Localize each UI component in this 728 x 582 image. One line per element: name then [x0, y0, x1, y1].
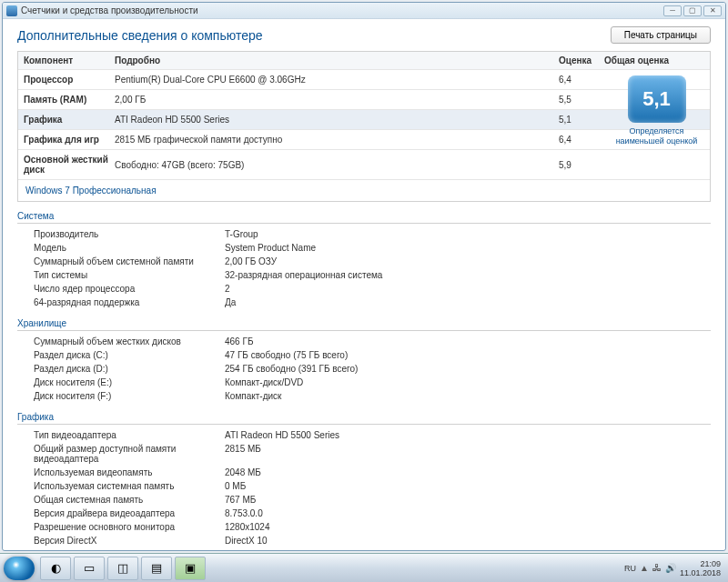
maximize-button[interactable]: ▢ — [683, 5, 702, 16]
info-value: T-Group — [225, 229, 711, 239]
info-row: Общий размер доступной памяти видеоадапт… — [17, 442, 711, 466]
minimize-button[interactable]: ─ — [663, 5, 682, 16]
info-key: Используемая системная память — [34, 481, 225, 491]
info-key: Версия драйвера видеоадаптера — [34, 508, 225, 518]
score-component: Графика для игр — [24, 135, 115, 145]
info-value: Компакт-диск — [225, 391, 711, 401]
score-component: Основной жесткий диск — [24, 155, 115, 175]
info-value: 466 ГБ — [225, 336, 711, 346]
info-row: Суммарный объем жестких дисков466 ГБ — [17, 335, 711, 348]
info-row: Используемая видеопамять2048 МБ — [17, 466, 711, 479]
info-key: Версия DirectX — [34, 536, 225, 546]
taskbar[interactable]: ◐ ▭ ◫ ▤ ▣ RU ▲ 🖧 🔊 21:09 11.01.2018 — [0, 553, 728, 582]
info-key: Суммарный объем жестких дисков — [34, 336, 225, 346]
taskbar-item-app[interactable]: ▤ — [141, 557, 172, 580]
info-value: 2815 МБ — [225, 444, 711, 464]
info-key: 64-разрядная поддержка — [34, 297, 225, 307]
info-row: Разрешение основного монитора1280x1024 — [17, 520, 711, 534]
info-key: Общий размер доступной памяти видеоадапт… — [34, 444, 225, 464]
overall-score-box: 5,1 Определяется наименьшей оценкой — [609, 75, 704, 146]
info-key: Раздел диска (D:) — [34, 364, 225, 374]
tray-lang[interactable]: RU — [624, 564, 636, 573]
info-value: 2,00 ГБ ОЗУ — [225, 256, 711, 266]
score-component: Графика — [24, 115, 115, 125]
taskbar-item-perf[interactable]: ▣ — [175, 557, 206, 580]
score-value: 6,4 — [559, 135, 604, 145]
app-window: Счетчики и средства производительности ─… — [2, 2, 726, 551]
content-area: Дополнительные сведения о компьютере Печ… — [3, 19, 725, 550]
info-key: Суммарный объем системной памяти — [34, 256, 225, 266]
score-detail: Pentium(R) Dual-Core CPU E6600 @ 3.06GHz — [115, 75, 559, 85]
info-row: ПроизводительT-Group — [17, 227, 711, 241]
info-key: Тип видеоадаптера — [34, 430, 225, 440]
info-row: Число ядер процессора2 — [17, 282, 711, 296]
window-title: Счетчики и средства производительности — [21, 5, 198, 15]
info-value: DirectX 10 — [225, 536, 711, 546]
col-score: Оценка — [559, 55, 604, 65]
info-key: Разрешение основного монитора — [34, 522, 225, 532]
score-value: 5,9 — [559, 160, 604, 170]
info-row: Раздел диска (C:)47 ГБ свободно (75 ГБ в… — [17, 348, 711, 362]
info-row: Общая системная память767 МБ — [17, 493, 711, 507]
info-row: Версия драйвера видеоадаптера8.753.0.0 — [17, 507, 711, 520]
info-value: 2 — [225, 284, 711, 294]
score-row: ПроцессорPentium(R) Dual-Core CPU E6600 … — [18, 70, 710, 90]
score-row: Память (RAM)2,00 ГБ5,5 — [18, 90, 710, 110]
tray-clock[interactable]: 21:09 11.01.2018 — [680, 559, 721, 577]
tray-flag-icon[interactable]: ▲ — [640, 563, 649, 573]
info-key: Модель — [34, 243, 225, 253]
score-value: 6,4 — [559, 75, 604, 85]
overall-score-desc: Определяется наименьшей оценкой — [609, 126, 704, 146]
col-component: Компонент — [24, 55, 115, 65]
info-value: 1280x1024 — [225, 522, 711, 532]
info-row: МодельSystem Product Name — [17, 241, 711, 255]
close-button[interactable]: ✕ — [703, 5, 722, 16]
print-button[interactable]: Печать страницы — [611, 26, 711, 44]
info-value: 8.753.0.0 — [225, 508, 711, 518]
score-card: Компонент Подробно Оценка Общая оценка П… — [17, 51, 711, 202]
info-value: Компакт-диск/DVD — [225, 377, 711, 387]
score-detail: Свободно: 47GB (всего: 75GB) — [115, 160, 559, 170]
info-value: 2048 МБ — [225, 467, 711, 477]
taskbar-item-chrome[interactable]: ◐ — [40, 557, 71, 580]
score-component: Процессор — [24, 75, 115, 85]
info-row: Диск носителя (E:)Компакт-диск/DVD — [17, 376, 711, 389]
info-row: Диск носителя (F:)Компакт-диск — [17, 389, 711, 403]
taskbar-item-explorer[interactable]: ▭ — [74, 557, 105, 580]
start-button[interactable] — [4, 557, 35, 580]
section-title: Система — [17, 211, 711, 224]
titlebar[interactable]: Счетчики и средства производительности ─… — [3, 3, 725, 19]
info-value: 0 МБ — [225, 481, 711, 491]
score-detail: 2815 МБ графической памяти доступно — [115, 135, 559, 145]
section: СистемаПроизводительT-GroupМодельSystem … — [17, 211, 711, 309]
info-key: Диск носителя (F:) — [34, 391, 225, 401]
col-overall: Общая оценка — [604, 55, 704, 65]
info-value: 254 ГБ свободно (391 ГБ всего) — [225, 364, 711, 374]
score-detail: 2,00 ГБ — [115, 95, 559, 105]
section-title: Графика — [17, 412, 711, 425]
score-row: Основной жесткий дискСвободно: 47GB (все… — [18, 150, 710, 180]
info-row: 64-разрядная поддержкаДа — [17, 296, 711, 309]
info-value: 32-разрядная операционная система — [225, 270, 711, 280]
score-value: 5,5 — [559, 95, 604, 105]
info-key: Производитель — [34, 229, 225, 239]
score-value: 5,1 — [559, 115, 604, 125]
score-component: Память (RAM) — [24, 95, 115, 105]
overall-score-value: 5,1 — [628, 75, 686, 123]
info-key: Диск носителя (E:) — [34, 377, 225, 387]
info-row: Используемая системная память0 МБ — [17, 479, 711, 493]
col-detail: Подробно — [115, 55, 559, 65]
info-value: 47 ГБ свободно (75 ГБ всего) — [225, 350, 711, 360]
section-title: Хранилище — [17, 318, 711, 331]
section: ГрафикаТип видеоадаптераATI Radeon HD 55… — [17, 412, 711, 547]
taskbar-item-vbox[interactable]: ◫ — [107, 557, 138, 580]
score-detail: ATI Radeon HD 5500 Series — [115, 115, 559, 125]
app-icon — [6, 5, 17, 16]
info-row: Тип системы32-разрядная операционная сис… — [17, 268, 711, 282]
tray-network-icon[interactable]: 🖧 — [652, 563, 662, 573]
info-value: 767 МБ — [225, 495, 711, 505]
info-row: Суммарный объем системной памяти2,00 ГБ … — [17, 255, 711, 268]
tray-volume-icon[interactable]: 🔊 — [665, 563, 676, 573]
system-tray[interactable]: RU ▲ 🖧 🔊 21:09 11.01.2018 — [624, 559, 724, 577]
page-title: Дополнительные сведения о компьютере — [17, 28, 263, 43]
